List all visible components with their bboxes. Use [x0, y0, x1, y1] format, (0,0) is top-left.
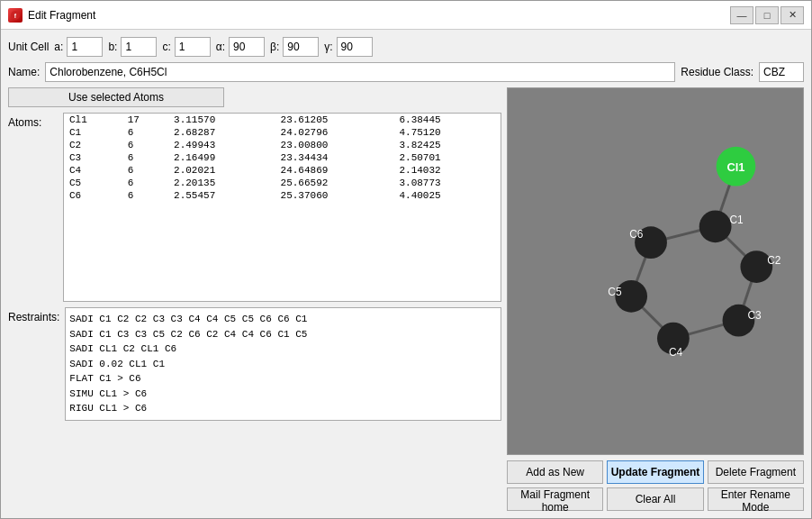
add-as-new-button[interactable]: Add as New [507, 460, 603, 484]
mail-fragment-home-button[interactable]: Mail Fragment home [507, 487, 603, 511]
beta-label: β: [270, 41, 279, 53]
unit-cell-c-group: c: [162, 37, 210, 57]
atom-label-C3: C3 [747, 309, 762, 322]
window-title: Edit Fragment [28, 9, 95, 22]
table-row: C262.4994323.008003.82425 [64, 139, 501, 151]
atom-label-C2: C2 [767, 254, 781, 267]
beta-input[interactable] [283, 37, 319, 57]
clear-all-button[interactable]: Clear All [607, 487, 703, 511]
restraints-text: SADI C1 C2 C2 C3 C3 C4 C4 C5 C5 C6 C6 C1… [65, 307, 501, 421]
title-buttons: — □ ✕ [730, 6, 804, 24]
name-row: Name: Residue Class: [8, 62, 804, 82]
atom-label-C5: C5 [608, 286, 622, 298]
molecule-view: Cl1 C1 C2 C3 C4 [507, 87, 804, 455]
maximize-button[interactable]: □ [755, 6, 779, 24]
a-input[interactable] [67, 37, 103, 57]
atoms-table-container: Cl1173.1157023.612056.38445C162.6828724.… [63, 113, 501, 302]
table-row: Cl1173.1157023.612056.38445 [64, 114, 501, 126]
restraints-label: Restraints: [8, 307, 59, 323]
alpha-label: α: [216, 41, 225, 53]
restraints-section: Restraints: SADI C1 C2 C2 C3 C3 C4 C4 C5… [8, 307, 501, 511]
residue-class-input[interactable] [759, 62, 804, 82]
molecule-svg: Cl1 C1 C2 C3 C4 [508, 88, 803, 454]
name-label: Name: [8, 66, 40, 78]
buttons-area: Add as New Update Fragment Delete Fragme… [507, 460, 804, 511]
atom-label-C1: C1 [729, 214, 744, 226]
use-selected-row: Use selected Atoms [8, 87, 501, 107]
enter-rename-mode-button[interactable]: Enter Rename Mode [708, 487, 804, 511]
button-row-1: Add as New Update Fragment Delete Fragme… [507, 460, 804, 484]
app-icon: f [8, 8, 23, 23]
atoms-table: Cl1173.1157023.612056.38445C162.6828724.… [64, 114, 501, 202]
use-selected-atoms-button[interactable]: Use selected Atoms [8, 87, 224, 107]
a-label: a: [54, 41, 63, 53]
unit-cell-row: Unit Cell a: b: c: α: β: γ: [8, 37, 804, 57]
table-row: C462.0202124.648692.14032 [64, 164, 501, 177]
c-input[interactable] [175, 37, 211, 57]
atom-label-C6: C6 [629, 228, 644, 241]
atom-C1 [699, 210, 732, 242]
table-row: C162.6828724.027964.75120 [64, 126, 501, 139]
name-input[interactable] [45, 62, 675, 82]
b-label: b: [108, 41, 117, 53]
atoms-section: Atoms: Cl1173.1157023.612056.38445C162.6… [8, 113, 501, 302]
update-fragment-button[interactable]: Update Fragment [607, 460, 703, 484]
minimize-button[interactable]: — [730, 6, 753, 24]
left-panel: Use selected Atoms Atoms: Cl1173.1157023… [8, 87, 501, 511]
close-button[interactable]: ✕ [780, 6, 804, 24]
alpha-input[interactable] [229, 37, 265, 57]
unit-cell-beta-group: β: [270, 37, 319, 57]
c-label: c: [162, 41, 170, 53]
atom-label-Cl1: Cl1 [726, 160, 744, 174]
main-area: Use selected Atoms Atoms: Cl1173.1157023… [8, 87, 804, 511]
unit-cell-alpha-group: α: [216, 37, 265, 57]
unit-cell-b-group: b: [108, 37, 157, 57]
window-content: Unit Cell a: b: c: α: β: γ: [1, 30, 811, 518]
b-input[interactable] [121, 37, 157, 57]
gamma-label: γ: [324, 41, 332, 53]
table-row: C362.1649923.344342.50701 [64, 151, 501, 164]
unit-cell-label: Unit Cell [8, 41, 49, 53]
atoms-label: Atoms: [8, 113, 58, 129]
main-window: f Edit Fragment — □ ✕ Unit Cell a: b: c: [0, 0, 812, 519]
button-row-2: Mail Fragment home Clear All Enter Renam… [507, 487, 804, 511]
title-bar-left: f Edit Fragment [8, 8, 95, 23]
table-row: C662.5545725.370604.40025 [64, 189, 501, 202]
atom-label-C4: C4 [669, 346, 683, 359]
unit-cell-a-group: a: [54, 37, 103, 57]
unit-cell-gamma-group: γ: [324, 37, 372, 57]
title-bar: f Edit Fragment — □ ✕ [1, 1, 811, 30]
delete-fragment-button[interactable]: Delete Fragment [708, 460, 804, 484]
residue-class-label: Residue Class: [681, 66, 753, 78]
gamma-input[interactable] [337, 37, 373, 57]
table-row: C562.2013525.665923.08773 [64, 177, 501, 189]
right-panel: Cl1 C1 C2 C3 C4 [507, 87, 804, 511]
